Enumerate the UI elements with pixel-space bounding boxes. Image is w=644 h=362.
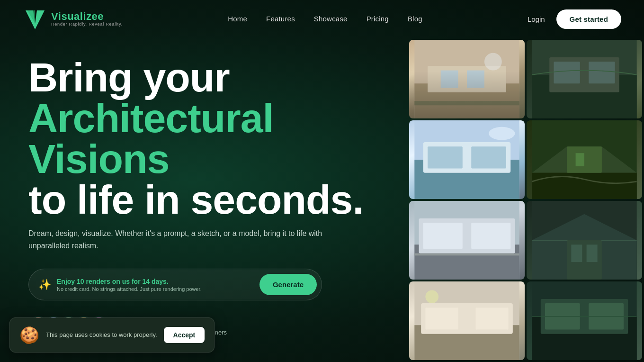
logo-name: Visualizee xyxy=(51,11,123,22)
hero-line2: Architectural Visions xyxy=(28,98,379,179)
svg-point-8 xyxy=(484,53,502,71)
render-svg-8 xyxy=(527,281,642,360)
render-svg-4 xyxy=(527,120,642,199)
render-svg-2 xyxy=(527,40,642,118)
cta-text: Enjoy 10 renders on us for 14 days. No c… xyxy=(57,278,254,292)
nav-item-features[interactable]: Features xyxy=(266,15,295,23)
render-image-6 xyxy=(527,201,642,280)
svg-rect-33 xyxy=(587,244,598,262)
sparkle-icon: ✨ xyxy=(38,279,51,291)
render-svg-7 xyxy=(409,281,525,360)
svg-rect-27 xyxy=(423,223,463,249)
svg-rect-3 xyxy=(414,83,519,118)
nav-link-features[interactable]: Features xyxy=(266,15,295,23)
nav-item-pricing[interactable]: Pricing xyxy=(367,15,389,23)
logo-icon xyxy=(23,7,47,31)
image-grid xyxy=(407,38,644,362)
svg-rect-13 xyxy=(589,62,615,83)
generate-button[interactable]: Generate xyxy=(259,274,317,295)
hero-headline: Bring your Architectural Visions to life… xyxy=(28,57,379,220)
nav-item-blog[interactable]: Blog xyxy=(408,15,422,23)
logo-isualizee: isualizee xyxy=(58,10,104,22)
render-image-8 xyxy=(527,281,642,360)
cookie-banner: 🍪 This page uses cookies to work properl… xyxy=(9,317,215,353)
svg-rect-29 xyxy=(414,253,519,256)
render-image-1 xyxy=(409,40,525,118)
render-image-5 xyxy=(409,201,525,280)
svg-rect-2 xyxy=(414,40,519,118)
svg-rect-38 xyxy=(475,308,508,329)
hero-line3: to life in seconds. xyxy=(28,179,379,220)
nav-item-home[interactable]: Home xyxy=(228,15,247,23)
svg-rect-37 xyxy=(425,308,458,329)
nav-link-pricing[interactable]: Pricing xyxy=(367,15,389,23)
nav-link-blog[interactable]: Blog xyxy=(408,15,422,23)
logo-tagline: Render Rapidly. Reveal Reality. xyxy=(51,22,123,27)
accept-button[interactable]: Accept xyxy=(164,327,205,343)
render-image-2 xyxy=(527,40,642,118)
svg-rect-6 xyxy=(467,71,484,88)
get-started-button[interactable]: Get started xyxy=(556,9,621,29)
logo-v: V xyxy=(51,10,58,22)
hero-description: Dream, design, visualize. Whether it's a… xyxy=(28,227,331,252)
svg-rect-12 xyxy=(554,62,580,83)
login-button[interactable]: Login xyxy=(528,15,545,23)
logo[interactable]: Visualizee Render Rapidly. Reveal Realit… xyxy=(23,7,123,31)
render-image-4 xyxy=(527,120,642,199)
cta-subtext: No credit card. No strings attached. Jus… xyxy=(57,286,254,292)
svg-point-19 xyxy=(489,127,515,140)
hero-section: Bring your Architectural Visions to life… xyxy=(0,38,407,362)
svg-rect-7 xyxy=(414,101,519,105)
svg-rect-5 xyxy=(441,71,458,88)
render-svg-6 xyxy=(527,201,642,280)
render-image-3 xyxy=(409,120,525,199)
svg-rect-17 xyxy=(428,146,463,168)
svg-point-39 xyxy=(425,290,438,303)
nav-right: Login Get started xyxy=(528,9,621,29)
nav-item-showcase[interactable]: Showcase xyxy=(314,15,348,23)
svg-rect-28 xyxy=(471,223,510,249)
nav-links: Home Features Showcase Pricing Blog xyxy=(228,15,422,23)
cta-headline-normal: Enjoy xyxy=(57,278,77,285)
svg-rect-4 xyxy=(428,66,506,92)
cta-headline: Enjoy 10 renders on us for 14 days. xyxy=(57,278,254,285)
render-svg-3 xyxy=(409,120,525,199)
nav-link-showcase[interactable]: Showcase xyxy=(314,15,348,23)
svg-rect-32 xyxy=(571,244,582,262)
svg-rect-18 xyxy=(471,146,506,168)
nav-link-home[interactable]: Home xyxy=(228,15,247,23)
hero-line1: Bring your xyxy=(28,57,379,98)
render-image-7 xyxy=(409,281,525,360)
logo-text: Visualizee Render Rapidly. Reveal Realit… xyxy=(51,11,123,27)
navbar: Visualizee Render Rapidly. Reveal Realit… xyxy=(0,0,644,38)
cta-box: ✨ Enjoy 10 renders on us for 14 days. No… xyxy=(28,269,322,300)
main-content: Bring your Architectural Visions to life… xyxy=(0,38,644,362)
svg-rect-21 xyxy=(532,173,636,199)
svg-rect-23 xyxy=(576,153,584,166)
cookie-text: This page uses cookies to work properly. xyxy=(46,331,157,339)
cta-headline-bold: 10 renders on us for 14 days. xyxy=(77,278,169,285)
render-svg-5 xyxy=(409,201,525,280)
cookie-icon: 🍪 xyxy=(19,326,39,344)
render-svg-1 xyxy=(409,40,525,118)
